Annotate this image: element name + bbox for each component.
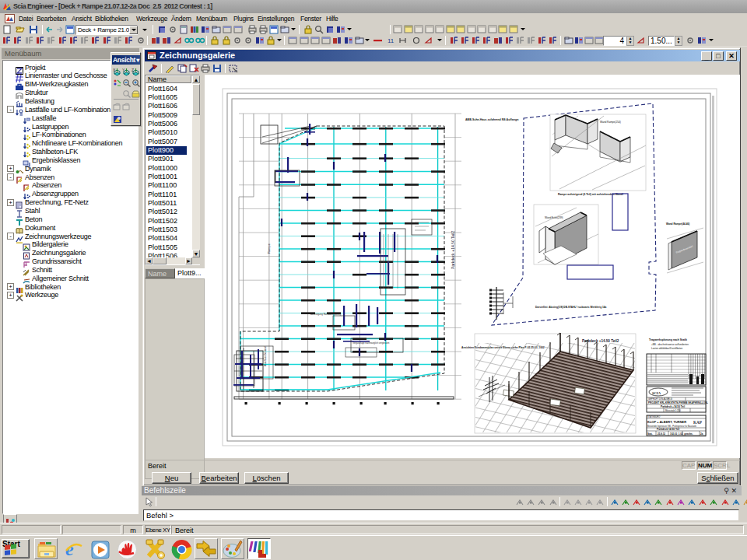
svg-text:Parkdeck +14.50 Teil: Parkdeck +14.50 Teil (661, 405, 685, 408)
svg-text:X: X (113, 68, 116, 72)
svg-text:KLOP + ALBERT, TURNER: KLOP + ALBERT, TURNER (647, 420, 686, 424)
svg-text:Wand Ecke(239): Wand Ecke(239) (545, 216, 563, 219)
svg-text:STATIKBURO: STATIKBURO (647, 415, 660, 418)
svg-text:KAP: KAP (693, 420, 703, 425)
svg-text:Parkdeck 14.50 Teil: Parkdeck 14.50 Teil (657, 428, 679, 431)
svg-text:+BB - abschnittsweise auffundi: +BB - abschnittsweise auffundierten (651, 343, 689, 346)
svg-text:Beratende Ingenieure VBI - Pru: Beratende Ingenieure VBI - Prufingenieur… (647, 425, 696, 428)
svg-text:PROJEKT KRL.KRKSTKTN-PKRMB SK: PROJEKT KRL.KRKSTKTN-PKRMB SKAPKRN/LLOSL (648, 401, 708, 404)
svg-text:Stat.: Stat. (647, 432, 653, 436)
svg-text:ABB-Schn.Haus zufahrend NS A: ABB-Schn.Haus zufahrend NS Auffangn (465, 118, 518, 121)
svg-text:Tragwerksplanung nach Statik: Tragwerksplanung nach Statik (649, 338, 687, 341)
svg-text:2a: 2a (700, 432, 703, 436)
svg-text:Rampe: Rampe (267, 243, 271, 254)
svg-text:Massstab 1:250: Massstab 1:250 (665, 409, 681, 412)
svg-text:Wand Rampe(254): Wand Rampe(254) (600, 121, 621, 124)
svg-text:GEPRUFT DIN.AUSFLG: GEPRUFT DIN.AUSFLG (648, 397, 672, 401)
svg-text:11: 11 (388, 37, 395, 44)
svg-text:Anschluss Bestand: Anschluss Bestand (264, 346, 267, 366)
svg-text:Y: Y (122, 68, 125, 72)
svg-text:102.03_1.02_gezchn.: 102.03_1.02_gezchn. (670, 432, 693, 436)
svg-text:Z: Z (132, 68, 134, 72)
svg-text:25.9.12: 25.9.12 (658, 432, 665, 436)
svg-text:Lasten abklebbar/Zustellbeton: Lasten abklebbar/Zustellbeton (651, 347, 683, 350)
svg-text:Vergussfuge nachtraeglich verg: Vergussfuge nachtraeglich vergiessen (352, 341, 390, 345)
svg-text:Befestigung Randabschalung: Befestigung Randabschalung (310, 313, 342, 316)
svg-text:Darstellini: Abstieg(1/8) DB-S: Darstellini: Abstieg(1/8) DB-STAHL* ruck… (535, 306, 607, 309)
svg-text:Parkdeck +14.50 Teil2: Parkdeck +14.50 Teil2 (451, 231, 455, 269)
svg-text:Wand Rampe(44-46): Wand Rampe(44-46) (666, 222, 689, 226)
svg-text:SCIA: SCIA (652, 391, 661, 395)
